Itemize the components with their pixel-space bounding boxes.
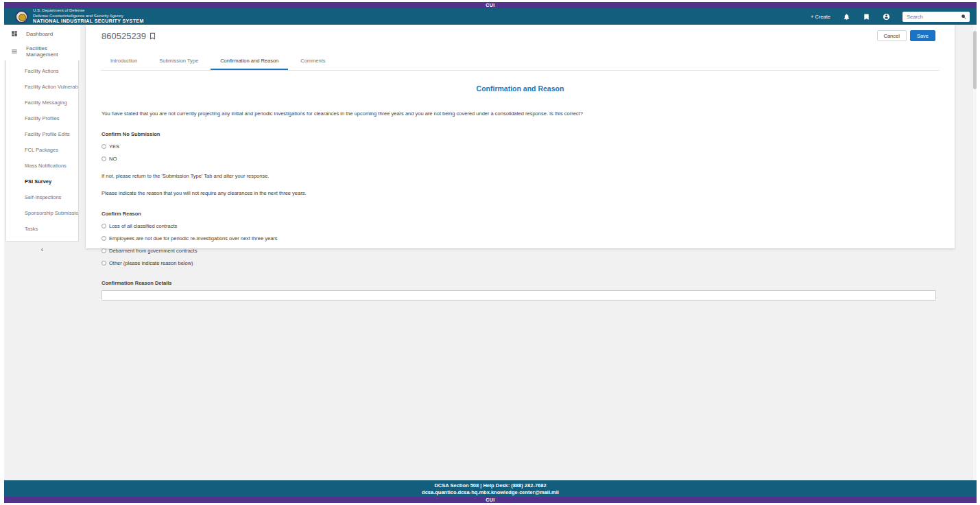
- search-box: [903, 12, 970, 22]
- search-icon[interactable]: [961, 14, 967, 20]
- account-icon[interactable]: [883, 13, 890, 21]
- list-icon: [11, 48, 18, 55]
- radio-button[interactable]: [101, 248, 106, 253]
- agency-titles: U.S. Department of Defense Defense Count…: [33, 8, 144, 25]
- tab-comments[interactable]: Comments: [291, 54, 335, 70]
- plus-icon: +: [811, 14, 813, 20]
- radio-option-loss-of-contracts[interactable]: Loss of all classified contracts: [101, 223, 939, 229]
- sidebar-item-fcl-packages[interactable]: FCL Packages: [6, 142, 78, 158]
- confirmation-reason-details-label: Confirmation Reason Details: [101, 280, 939, 286]
- radio-label: Debarment from government contracts: [109, 248, 197, 254]
- sidebar-item-facilities-management[interactable]: Facilities Management: [4, 43, 80, 60]
- section-title: Confirmation and Reason: [101, 84, 939, 93]
- save-button[interactable]: Save: [910, 30, 935, 41]
- tab-confirmation-and-reason[interactable]: Confirmation and Reason: [211, 54, 288, 70]
- app-header: U.S. Department of Defense Defense Count…: [4, 8, 977, 25]
- agency-line1: U.S. Department of Defense: [33, 8, 144, 14]
- footer-email: dcsa.quantico.dcsa-hq.mbx.knowledge-cent…: [4, 489, 977, 496]
- scrollbar-thumb[interactable]: [973, 31, 977, 89]
- radio-label: NO: [109, 156, 117, 162]
- cui-label: CUI: [486, 3, 495, 8]
- sidebar-collapse-chevron[interactable]: ‹: [4, 242, 80, 253]
- app-footer: DCSA Section 508 | Help Desk: (888) 282-…: [4, 480, 977, 497]
- footer-helpdesk: DCSA Section 508 | Help Desk: (888) 282-…: [4, 482, 977, 489]
- sidebar-item-label: Dashboard: [26, 31, 53, 37]
- cui-label: CUI: [486, 497, 495, 502]
- cui-banner-top: CUI: [4, 2, 977, 8]
- radio-option-debarment[interactable]: Debarment from government contracts: [101, 248, 939, 254]
- confirm-reason-label: Confirm Reason: [101, 211, 939, 217]
- sidebar-item-facility-profile-edits[interactable]: Facility Profile Edits: [6, 126, 78, 142]
- tab-introduction[interactable]: Introduction: [101, 54, 147, 70]
- sidebar-item-sponsorship-submissions[interactable]: Sponsorship Submissio...: [6, 205, 78, 221]
- vertical-scrollbar[interactable]: [972, 25, 977, 480]
- confirmation-reason-details-input[interactable]: [101, 290, 936, 301]
- radio-button[interactable]: [101, 156, 106, 161]
- notifications-bell-icon[interactable]: [843, 13, 850, 21]
- radio-button[interactable]: [101, 224, 106, 228]
- sidebar-item-dashboard[interactable]: Dashboard: [4, 25, 80, 43]
- sidebar-item-facility-messaging[interactable]: Facility Messaging: [6, 95, 78, 110]
- create-label: Create: [815, 14, 830, 20]
- sidebar-item-facility-profiles[interactable]: Facility Profiles: [6, 110, 78, 126]
- create-button[interactable]: + Create: [811, 14, 830, 20]
- bookmark-icon[interactable]: [863, 13, 870, 21]
- dashboard-grid-icon: [11, 30, 18, 37]
- app-frame: CUI U.S. Department of Defense Defense C…: [4, 2, 977, 503]
- radio-option-yes[interactable]: YES: [101, 143, 939, 150]
- cancel-button[interactable]: Cancel: [877, 30, 907, 41]
- tab-bar: Introduction Submission Type Confirmatio…: [101, 54, 940, 71]
- agency-line2: Defense Counterintelligence and Security…: [33, 14, 144, 19]
- radio-button[interactable]: [101, 261, 106, 266]
- sidebar-item-tasks[interactable]: Tasks: [6, 221, 78, 237]
- content-area: Dashboard Facilities Management Facility…: [4, 25, 977, 480]
- record-card: 860525239 Cancel Save Introduction Submi…: [86, 25, 955, 248]
- radio-label: Other (please indicate reason below): [109, 260, 193, 266]
- sidebar-item-facility-action-vulnerability[interactable]: Facility Action Vulnerabil...: [6, 79, 78, 95]
- cui-banner-bottom: CUI: [4, 497, 977, 503]
- radio-option-no-periodic-reinvestigations[interactable]: Employees are not due for periodic re-in…: [101, 235, 939, 242]
- radio-option-no[interactable]: NO: [101, 156, 939, 162]
- dod-seal-logo: [15, 10, 28, 23]
- intro-paragraph: You have stated that you are not current…: [101, 110, 939, 117]
- record-id: 860525239: [101, 31, 146, 41]
- radio-button[interactable]: [101, 144, 106, 149]
- sidebar: Dashboard Facilities Management Facility…: [4, 25, 80, 480]
- sidebar-item-self-inspections[interactable]: Self-Inspections: [6, 189, 78, 205]
- sidebar-item-label: Facilities Management: [26, 45, 80, 58]
- sidebar-item-mass-notifications[interactable]: Mass Notifications: [6, 158, 78, 174]
- radio-option-other[interactable]: Other (please indicate reason below): [101, 260, 939, 266]
- search-input[interactable]: [907, 14, 961, 20]
- radio-label: Employees are not due for periodic re-in…: [109, 235, 278, 242]
- radio-label: Loss of all classified contracts: [109, 223, 177, 229]
- header-actions: + Create: [811, 8, 970, 25]
- confirmation-form: Confirmation and Reason You have stated …: [86, 84, 955, 301]
- note-indicate-reason: Please indicate the reason that you will…: [101, 190, 939, 196]
- radio-button[interactable]: [101, 236, 106, 241]
- note-return-to-submission-type: If not, please return to the 'Submission…: [101, 173, 939, 179]
- record-header: 860525239 Cancel Save: [86, 25, 955, 48]
- confirm-no-submission-label: Confirm No Submission: [101, 131, 939, 137]
- radio-label: YES: [109, 143, 119, 150]
- sidebar-item-facility-actions[interactable]: Facility Actions: [6, 63, 78, 79]
- bookmark-outline-icon[interactable]: [150, 32, 156, 40]
- tab-submission-type[interactable]: Submission Type: [150, 54, 208, 70]
- app-title: NATIONAL INDUSTRIAL SECURITY SYSTEM: [33, 19, 144, 25]
- facilities-submenu: Facility Actions Facility Action Vulnera…: [5, 60, 79, 242]
- sidebar-item-psi-survey[interactable]: PSI Survey: [6, 174, 78, 189]
